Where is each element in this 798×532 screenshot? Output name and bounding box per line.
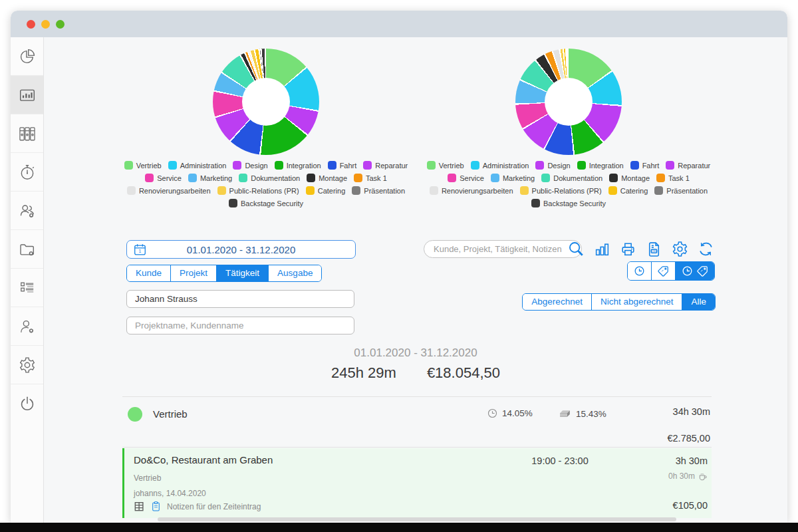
folder-gear-icon	[19, 241, 36, 258]
chart-view-button[interactable]	[593, 239, 611, 258]
legend-label: Marketing	[503, 174, 535, 182]
legend-color-chip	[145, 174, 154, 182]
report-settings-button[interactable]	[670, 239, 689, 258]
legend-label: Design	[245, 162, 267, 170]
zoom-window-button[interactable]	[56, 20, 65, 29]
tab-alle[interactable]: Alle	[682, 294, 715, 310]
legend-label: Task 1	[668, 174, 690, 182]
tab-projekt[interactable]: Projekt	[170, 265, 216, 281]
legend-color-chip	[306, 186, 315, 195]
project-filter-input[interactable]	[126, 317, 354, 334]
user-gear-icon	[19, 318, 36, 335]
sidebar-item-pie-report[interactable]	[11, 37, 43, 76]
summary-period: 01.01.2020 - 31.12.2020	[44, 346, 787, 360]
printer-icon	[620, 241, 636, 257]
pie-chart-icon	[19, 48, 36, 65]
tag-icon	[657, 265, 670, 277]
legend-label: Montage	[621, 174, 650, 182]
gear-icon	[19, 356, 36, 374]
entry-amount: €105,00	[673, 500, 708, 511]
sidebar-item-archive[interactable]	[11, 114, 43, 153]
legend-color-chip	[354, 174, 362, 182]
sidebar-item-quit[interactable]	[11, 384, 43, 423]
legend-item: Integration	[275, 161, 321, 170]
tab-kunde[interactable]: Kunde	[127, 265, 170, 281]
legend-item: Renovierungsarbeiten	[430, 186, 513, 195]
tab-taetigkeit[interactable]: Tätigkeit	[216, 265, 268, 281]
legend-color-chip	[168, 161, 177, 170]
legend-label: Vertrieb	[136, 162, 162, 170]
legend-color-chip	[233, 161, 241, 170]
group-duration: 34h 30m	[673, 406, 710, 417]
tab-abgerechnet[interactable]: Abgerechnet	[523, 294, 591, 310]
legend-color-chip	[448, 174, 456, 182]
sidebar-item-bar-report[interactable]	[11, 76, 43, 114]
tab-ausgabe[interactable]: Ausgabe	[268, 265, 321, 281]
legend-label: Renovierungsarbeiten	[442, 187, 513, 195]
entry-time-range: 19:00 - 23:00	[497, 456, 623, 466]
legend-item: Public-Relations (PR)	[520, 186, 602, 195]
grid-table-icon[interactable]	[134, 501, 145, 512]
legend-color-chip	[430, 186, 438, 195]
legend-item: Reparatur	[363, 161, 408, 170]
legend-item: Marketing	[491, 174, 535, 182]
legend-color-chip	[363, 161, 372, 170]
summary-total-time: 245h 29m	[331, 364, 396, 382]
legend-item: Design	[535, 161, 570, 170]
sidebar-item-tasks[interactable]	[11, 269, 43, 307]
legend-label: Präsentation	[364, 187, 405, 195]
mode-time-button[interactable]	[628, 262, 651, 280]
activity-group-row[interactable]: Vertrieb 14.05% 15.43% 34h 30m €2.785,00	[122, 396, 712, 448]
calendar-icon: 1	[134, 243, 146, 256]
legend-item: Montage	[307, 174, 347, 182]
legend-item: Administration	[471, 161, 529, 170]
gear-icon	[672, 241, 688, 257]
time-percent-stat: 14.05%	[487, 408, 533, 419]
horizontal-scrollbar[interactable]	[158, 517, 676, 521]
legend-color-chip	[666, 161, 674, 170]
date-range-picker[interactable]: 1 01.01.2020 - 31.12.2020	[126, 240, 356, 259]
legend-color-chip	[188, 174, 197, 182]
time-entry-row[interactable]: Do&Co, Restaurant am Graben Vertrieb joh…	[122, 448, 712, 518]
entry-duration: 3h 30m	[676, 456, 708, 466]
legend-label: Catering	[620, 187, 648, 195]
legend-color-chip	[127, 186, 136, 195]
legend-label: Service	[460, 174, 484, 182]
legend-item: Public-Relations (PR)	[217, 186, 299, 195]
export-csv-button[interactable]: CSV	[644, 239, 663, 258]
search-button[interactable]	[567, 239, 585, 258]
legend-color-chip	[520, 186, 529, 195]
search-input[interactable]	[424, 240, 582, 258]
clock-icon	[487, 408, 498, 419]
sidebar-item-settings[interactable]	[11, 346, 43, 384]
mode-expenses-button[interactable]	[651, 262, 675, 280]
donut-hole	[545, 78, 593, 126]
legend-item: Task 1	[354, 174, 387, 182]
sidebar-item-account[interactable]	[11, 307, 43, 346]
category-tabs: Kunde Projekt Tätigkeit Ausgabe	[126, 265, 322, 282]
sidebar-item-projects[interactable]	[11, 230, 43, 269]
time-donut-chart	[213, 49, 319, 155]
close-window-button[interactable]	[27, 20, 35, 29]
refresh-button[interactable]	[696, 239, 715, 258]
sidebar-item-timer[interactable]	[11, 153, 43, 192]
legend-item: Fahrt	[328, 161, 357, 170]
legend-color-chip	[239, 174, 247, 182]
sidebar-item-team[interactable]	[11, 192, 43, 230]
entry-user-date: johanns, 14.04.2020	[134, 489, 206, 498]
mode-time-and-expenses-button[interactable]	[675, 262, 714, 280]
legend-item: Catering	[306, 186, 346, 195]
legend-label: Catering	[318, 187, 346, 195]
clipboard-icon[interactable]	[151, 501, 161, 512]
minimize-window-button[interactable]	[41, 20, 50, 29]
print-button[interactable]	[618, 239, 637, 258]
entry-title: Do&Co, Restaurant am Graben	[134, 454, 273, 466]
tab-nicht-abgerechnet[interactable]: Nicht abgerechnet	[591, 294, 682, 310]
entry-break: 0h 30m	[668, 471, 708, 481]
legend-color-chip	[229, 199, 237, 207]
legend-label: Präsentation	[666, 187, 708, 195]
activity-filter-input[interactable]	[126, 290, 354, 308]
billing-filter-tabs: Abgerechnet Nicht abgerechnet Alle	[522, 293, 716, 311]
traffic-lights	[27, 20, 65, 29]
legend-item: Renovierungsarbeiten	[127, 186, 211, 195]
